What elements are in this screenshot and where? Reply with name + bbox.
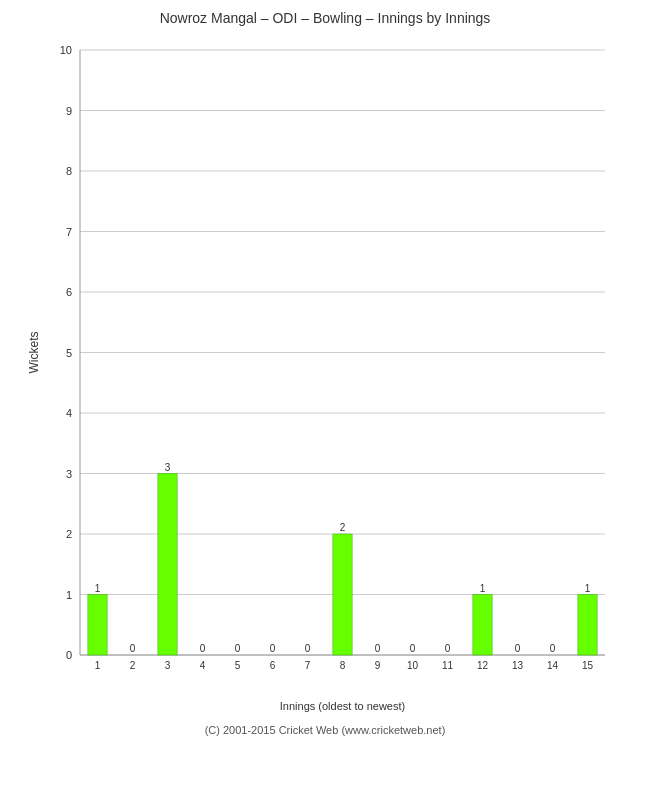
svg-text:5: 5 [235, 660, 241, 671]
svg-text:0: 0 [375, 643, 381, 654]
svg-text:1: 1 [95, 583, 101, 594]
svg-text:12: 12 [477, 660, 489, 671]
svg-rect-56 [578, 595, 597, 656]
svg-rect-49 [473, 595, 492, 656]
svg-rect-24 [88, 595, 107, 656]
chart-footer: (C) 2001-2015 Cricket Web (www.cricketwe… [205, 724, 446, 736]
chart-svg: 0123456789101102330405060728090100111120… [25, 40, 625, 720]
svg-text:1: 1 [585, 583, 591, 594]
svg-text:0: 0 [130, 643, 136, 654]
svg-text:15: 15 [582, 660, 594, 671]
svg-text:0: 0 [235, 643, 241, 654]
svg-text:10: 10 [407, 660, 419, 671]
svg-text:0: 0 [410, 643, 416, 654]
svg-text:1: 1 [95, 660, 101, 671]
chart-container: Nowroz Mangal – ODI – Bowling – Innings … [0, 0, 650, 800]
svg-text:14: 14 [547, 660, 559, 671]
svg-text:3: 3 [165, 462, 171, 473]
svg-text:4: 4 [200, 660, 206, 671]
svg-text:0: 0 [270, 643, 276, 654]
svg-text:10: 10 [60, 44, 72, 56]
svg-text:1: 1 [66, 589, 72, 601]
svg-text:0: 0 [550, 643, 556, 654]
svg-text:1: 1 [480, 583, 486, 594]
svg-text:4: 4 [66, 407, 72, 419]
svg-text:2: 2 [66, 528, 72, 540]
svg-text:0: 0 [305, 643, 311, 654]
svg-text:2: 2 [340, 522, 346, 533]
svg-rect-29 [158, 474, 177, 656]
svg-text:13: 13 [512, 660, 524, 671]
svg-text:6: 6 [66, 286, 72, 298]
svg-text:Wickets: Wickets [27, 332, 41, 374]
svg-text:Innings (oldest to newest): Innings (oldest to newest) [280, 700, 405, 712]
svg-text:8: 8 [340, 660, 346, 671]
chart-area: 0123456789101102330405060728090100111120… [25, 40, 625, 720]
svg-text:0: 0 [515, 643, 521, 654]
chart-title: Nowroz Mangal – ODI – Bowling – Innings … [160, 10, 491, 26]
svg-text:0: 0 [445, 643, 451, 654]
svg-text:3: 3 [165, 660, 171, 671]
svg-text:7: 7 [305, 660, 311, 671]
svg-text:6: 6 [270, 660, 276, 671]
svg-text:11: 11 [442, 660, 454, 671]
svg-text:5: 5 [66, 347, 72, 359]
svg-text:0: 0 [66, 649, 72, 661]
svg-text:7: 7 [66, 226, 72, 238]
svg-text:8: 8 [66, 165, 72, 177]
svg-text:3: 3 [66, 468, 72, 480]
svg-text:9: 9 [375, 660, 381, 671]
svg-text:2: 2 [130, 660, 136, 671]
svg-text:9: 9 [66, 105, 72, 117]
svg-rect-40 [333, 534, 352, 655]
svg-text:0: 0 [200, 643, 206, 654]
